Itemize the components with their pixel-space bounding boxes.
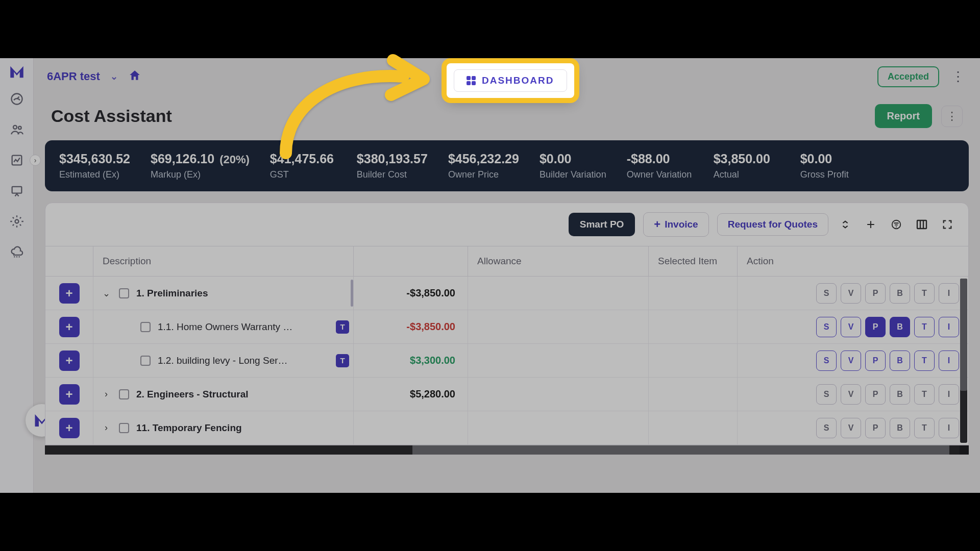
dashboard-label: DASHBOARD — [482, 75, 554, 86]
action-i-button[interactable]: I — [939, 418, 959, 438]
project-selector[interactable]: 6APR test ⌄ — [47, 70, 118, 83]
add-row-button[interactable]: + — [59, 317, 80, 337]
row-selected-item — [649, 378, 738, 411]
add-row-button[interactable]: + — [59, 384, 80, 405]
columns-icon[interactable] — [913, 216, 930, 233]
row-description: 1.1. Home Owners Warranty … — [158, 321, 346, 333]
home-icon[interactable] — [128, 69, 141, 84]
action-t-button[interactable]: T — [914, 418, 935, 438]
metric-label: Gross Profit — [800, 169, 867, 180]
action-i-button[interactable]: I — [939, 283, 959, 304]
metric-card: $456,232.29Owner Price — [448, 152, 519, 180]
horizontal-scrollbar-track[interactable] — [45, 445, 969, 455]
action-t-button[interactable]: T — [914, 317, 935, 337]
table-row: +1.2. building levy - Long Ser…T$3,300.0… — [45, 344, 968, 378]
report-button[interactable]: Report — [875, 104, 932, 128]
action-b-button[interactable]: B — [890, 350, 910, 371]
row-description: 1. Preliminaries — [136, 288, 346, 299]
action-s-button[interactable]: S — [816, 384, 837, 405]
column-resize-handle[interactable] — [351, 280, 353, 307]
page-kebab-icon[interactable]: ⋮ — [941, 106, 963, 127]
action-i-button[interactable]: I — [939, 350, 959, 371]
action-t-button[interactable]: T — [914, 350, 935, 371]
metric-label: Builder Variation — [540, 169, 606, 180]
action-v-button[interactable]: V — [841, 418, 861, 438]
action-s-button[interactable]: S — [816, 418, 837, 438]
nav-people-icon[interactable] — [0, 114, 34, 145]
row-checkbox[interactable] — [140, 322, 151, 332]
metric-label: GST — [270, 169, 336, 180]
metric-label: Owner Variation — [627, 169, 693, 180]
row-description: 11. Temporary Fencing — [136, 422, 346, 434]
col-allowance[interactable]: Allowance — [468, 246, 649, 276]
table-row: +›11. Temporary FencingSVPBTI — [45, 411, 968, 445]
action-b-button[interactable]: B — [890, 418, 910, 438]
action-t-button[interactable]: T — [914, 283, 935, 304]
col-amount[interactable] — [354, 246, 468, 276]
action-v-button[interactable]: V — [841, 384, 861, 405]
row-selected-item — [649, 344, 738, 377]
row-allowance — [468, 310, 649, 343]
add-row-button[interactable]: + — [59, 350, 80, 371]
dashboard-button-highlighted[interactable]: DASHBOARD — [454, 69, 567, 92]
filter-icon[interactable] — [888, 216, 905, 233]
row-amount: $5,280.00 — [354, 378, 468, 411]
expand-toggle-icon[interactable]: ⌄ — [101, 288, 112, 299]
col-description[interactable]: Description — [93, 246, 354, 276]
action-v-button[interactable]: V — [841, 350, 861, 371]
action-v-button[interactable]: V — [841, 317, 861, 337]
action-s-button[interactable]: S — [816, 317, 837, 337]
metric-value: $345,630.52 — [59, 152, 130, 166]
row-selected-item — [649, 310, 738, 343]
add-row-icon[interactable]: + — [862, 216, 879, 233]
col-action[interactable]: Action — [738, 246, 968, 276]
row-checkbox[interactable] — [119, 389, 129, 399]
col-selected-item[interactable]: Selected Item — [649, 246, 738, 276]
action-s-button[interactable]: S — [816, 283, 837, 304]
smart-po-button[interactable]: Smart PO — [569, 213, 635, 236]
invoice-button[interactable]: + Invoice — [643, 212, 708, 237]
action-v-button[interactable]: V — [841, 283, 861, 304]
action-p-button[interactable]: P — [865, 418, 886, 438]
action-t-button[interactable]: T — [914, 384, 935, 405]
rfq-button[interactable]: Request for Quotes — [717, 213, 828, 236]
fullscreen-icon[interactable] — [939, 216, 956, 233]
action-b-button[interactable]: B — [890, 317, 910, 337]
expand-toggle-icon[interactable]: › — [101, 422, 112, 433]
nav-reports-icon[interactable]: › — [0, 145, 34, 176]
metric-value: $3,850.00 — [714, 152, 780, 166]
action-s-button[interactable]: S — [816, 350, 837, 371]
action-i-button[interactable]: I — [939, 317, 959, 337]
topbar-kebab-icon[interactable]: ⋮ — [949, 69, 967, 85]
action-p-button[interactable]: P — [865, 317, 886, 337]
metric-sub: (20%) — [219, 153, 250, 166]
nav-cloud-icon[interactable] — [0, 237, 34, 267]
row-actions: SVPBTI — [738, 411, 968, 444]
svg-point-1 — [13, 126, 17, 129]
add-row-button[interactable]: + — [59, 283, 80, 304]
row-checkbox[interactable] — [119, 423, 129, 433]
row-allowance — [468, 344, 649, 377]
metric-card: $0.00Gross Profit — [800, 152, 867, 180]
action-p-button[interactable]: P — [865, 384, 886, 405]
table-row: +1.1. Home Owners Warranty …T-$3,850.00S… — [45, 310, 968, 344]
row-description: 1.2. building levy - Long Ser… — [158, 355, 346, 366]
action-b-button[interactable]: B — [890, 384, 910, 405]
row-checkbox[interactable] — [119, 288, 129, 298]
action-p-button[interactable]: P — [865, 283, 886, 304]
action-b-button[interactable]: B — [890, 283, 910, 304]
action-p-button[interactable]: P — [865, 350, 886, 371]
collapse-all-icon[interactable] — [837, 216, 854, 233]
tutorial-arrow-icon — [265, 51, 439, 165]
nav-settings-icon[interactable] — [0, 206, 34, 237]
svg-rect-4 — [12, 187, 22, 193]
nav-presentation-icon[interactable] — [0, 176, 34, 206]
add-row-button[interactable]: + — [59, 418, 80, 438]
nav-dashboard-icon[interactable] — [0, 84, 34, 114]
tutorial-highlight: DASHBOARD — [447, 63, 574, 98]
row-amount: -$3,850.00 — [354, 277, 468, 310]
row-checkbox[interactable] — [140, 356, 151, 366]
expand-toggle-icon[interactable]: › — [101, 389, 112, 399]
action-i-button[interactable]: I — [939, 384, 959, 405]
horizontal-scrollbar-thumb[interactable] — [412, 445, 949, 455]
